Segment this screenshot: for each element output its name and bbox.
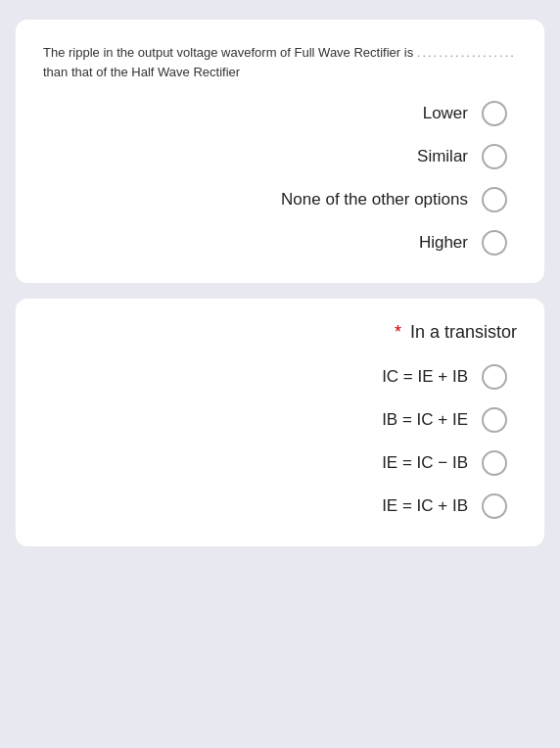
options-list-2: IC = IE + IB IB = IC + IE IE = IC − IB I… bbox=[43, 364, 517, 519]
option-none[interactable]: None of the other options bbox=[281, 187, 507, 212]
card-2: * In a transistor IC = IE + IB IB = IC +… bbox=[16, 299, 544, 546]
radio-higher[interactable] bbox=[482, 230, 507, 256]
option-similar[interactable]: Similar bbox=[417, 144, 507, 169]
option-none-label: None of the other options bbox=[281, 190, 468, 210]
required-asterisk: * bbox=[395, 322, 401, 342]
radio-ie-ic-ib[interactable] bbox=[482, 450, 507, 476]
option-ie-ic-ib[interactable]: IE = IC − IB bbox=[382, 450, 507, 476]
question-2-title-text: In a transistor bbox=[410, 322, 517, 342]
radio-ib-ic-ie[interactable] bbox=[482, 407, 507, 433]
card-1: The ripple in the output voltage wavefor… bbox=[16, 20, 544, 283]
option-ic-ie-ib-label: IC = IE + IB bbox=[382, 367, 468, 387]
option-ie-ic-ib2[interactable]: IE = IC + IB bbox=[382, 493, 507, 519]
radio-lower[interactable] bbox=[482, 101, 507, 126]
question-1-text: The ripple in the output voltage wavefor… bbox=[43, 43, 517, 81]
option-ie-ic-ib-label: IE = IC − IB bbox=[382, 453, 468, 473]
option-lower[interactable]: Lower bbox=[423, 101, 507, 126]
question-1-part1: The ripple in the output voltage wavefor… bbox=[43, 45, 413, 60]
question-1-dots: .................. bbox=[417, 45, 516, 60]
options-list-1: Lower Similar None of the other options … bbox=[43, 101, 517, 256]
option-higher-label: Higher bbox=[419, 233, 468, 253]
radio-similar[interactable] bbox=[482, 144, 507, 169]
question-2-title: * In a transistor bbox=[43, 322, 517, 343]
radio-ic-ie-ib[interactable] bbox=[482, 364, 507, 390]
option-ib-ic-ie[interactable]: IB = IC + IE bbox=[382, 407, 507, 433]
radio-none[interactable] bbox=[482, 187, 507, 212]
option-lower-label: Lower bbox=[423, 104, 468, 123]
option-similar-label: Similar bbox=[417, 147, 468, 166]
radio-ie-ic-ib2[interactable] bbox=[482, 493, 507, 519]
option-ie-ic-ib2-label: IE = IC + IB bbox=[382, 496, 468, 516]
question-1-suffix: than that of the Half Wave Rectifier bbox=[43, 65, 240, 79]
option-ib-ic-ie-label: IB = IC + IE bbox=[382, 410, 468, 430]
option-ic-ie-ib[interactable]: IC = IE + IB bbox=[382, 364, 507, 390]
option-higher[interactable]: Higher bbox=[419, 230, 507, 256]
